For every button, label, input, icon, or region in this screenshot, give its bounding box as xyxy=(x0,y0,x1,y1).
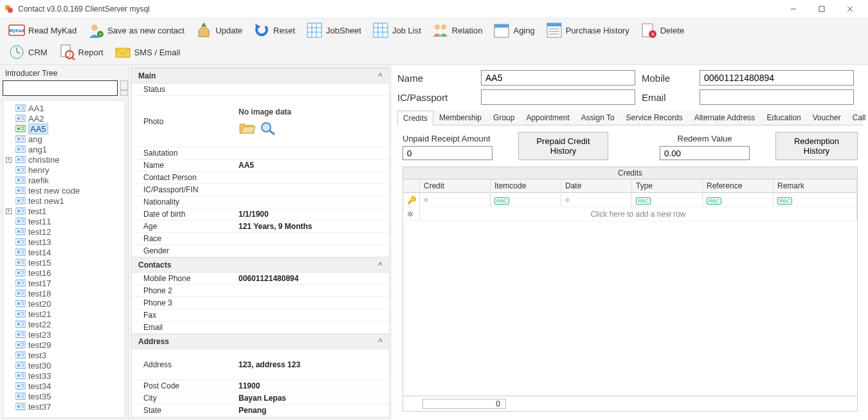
delete-button[interactable]: ✕Delete xyxy=(636,21,689,40)
tree-item[interactable]: henry xyxy=(5,165,123,175)
filter-icon: 🔑 xyxy=(403,194,420,206)
tab-education[interactable]: Education xyxy=(761,110,806,125)
contact-card-icon xyxy=(15,186,26,195)
unpaid-input[interactable] xyxy=(402,146,493,160)
tree-item-label: test16 xyxy=(28,268,51,278)
introducer-browse-button[interactable]: ... xyxy=(120,80,128,96)
tree-item[interactable]: test33 xyxy=(5,370,123,381)
tab-appointment[interactable]: Appointment xyxy=(520,110,575,125)
introducer-tree-pane: Introducer Tree ... AA1AA2AA5angang1+chr… xyxy=(0,65,129,420)
tree-item[interactable]: test18 xyxy=(5,288,123,298)
contacts-section-header[interactable]: Contacts^ xyxy=(132,257,389,273)
tree-item-label: henry xyxy=(28,165,50,175)
tree-item[interactable]: +christine xyxy=(5,154,123,165)
report-button[interactable]: Report xyxy=(54,42,107,62)
tree-item[interactable]: test21 xyxy=(5,309,123,319)
tree-item[interactable]: test new code xyxy=(5,185,123,196)
purchase-history-button[interactable]: Purchase History xyxy=(541,21,633,40)
mobile-input[interactable] xyxy=(700,70,854,86)
tab-membership[interactable]: Membership xyxy=(433,110,487,125)
name-input[interactable] xyxy=(481,70,635,86)
tab-group[interactable]: Group xyxy=(487,110,520,125)
magnifier-icon[interactable] xyxy=(259,120,277,136)
credits-grid[interactable]: Credits Credit Itemcode Date Type Refere… xyxy=(402,167,858,412)
svg-rect-96 xyxy=(15,249,26,255)
tree-item[interactable]: test11 xyxy=(5,216,123,226)
unpaid-label: Unpaid Receipt Amount xyxy=(402,134,493,143)
maximize-button[interactable] xyxy=(808,0,836,18)
expander-icon xyxy=(6,178,12,183)
tree-item-label: test21 xyxy=(28,309,51,319)
folder-open-icon[interactable] xyxy=(239,120,257,136)
tree-item-label: test11 xyxy=(28,217,51,226)
ic-input[interactable] xyxy=(481,89,635,105)
tree-item[interactable]: test29 xyxy=(5,340,123,350)
tree-item[interactable]: test17 xyxy=(5,278,123,288)
user-add-icon: + xyxy=(87,21,105,39)
ic-label: IC/Passport xyxy=(397,92,475,103)
email-label: Email xyxy=(642,92,693,103)
close-button[interactable] xyxy=(836,0,864,18)
sms-email-button[interactable]: SMS / Email xyxy=(110,42,185,62)
tree-item[interactable]: test13 xyxy=(5,237,123,247)
tree-item[interactable]: ang1 xyxy=(5,144,123,154)
tab-alternate-address[interactable]: Alternate Address xyxy=(689,110,761,125)
mail-icon xyxy=(114,43,132,61)
tree-item[interactable]: test23 xyxy=(5,329,123,340)
tree-item[interactable]: test37 xyxy=(5,401,123,412)
tree-item[interactable]: test35 xyxy=(5,391,123,401)
undo-icon xyxy=(253,21,271,39)
redeem-input[interactable] xyxy=(660,146,750,160)
tree-item[interactable]: test34 xyxy=(5,381,123,391)
tab-call-records[interactable]: Call Records xyxy=(847,110,868,125)
expander-icon xyxy=(6,383,12,389)
tree-item[interactable]: AA2 xyxy=(5,113,123,123)
reset-button[interactable]: Reset xyxy=(249,21,299,40)
tree-item-label: AA5 xyxy=(28,123,48,134)
expander-icon xyxy=(6,260,12,266)
jobsheet-button[interactable]: JobSheet xyxy=(302,21,365,40)
tab-credits[interactable]: Credits xyxy=(397,111,433,125)
tree-item-label: test3 xyxy=(28,351,46,360)
tree-item[interactable]: test15 xyxy=(5,257,123,268)
read-mykad-button[interactable]: MyKadRead MyKad xyxy=(4,21,80,40)
expander-icon[interactable]: + xyxy=(6,208,12,214)
update-button[interactable]: Update xyxy=(191,21,246,40)
introducer-tree[interactable]: AA1AA2AA5angang1+christinehenryraefiktes… xyxy=(3,100,125,418)
tree-item[interactable]: test14 xyxy=(5,247,123,257)
tab-assign-to[interactable]: Assign To xyxy=(575,110,620,125)
tree-item[interactable]: test12 xyxy=(5,226,123,237)
credits-filter-row[interactable]: 🔑 = RBC = RBC RBC RBC xyxy=(403,193,857,207)
save-new-contact-button[interactable]: +Save as new contact xyxy=(83,21,188,40)
tab-voucher[interactable]: Voucher xyxy=(807,110,847,125)
expander-icon[interactable]: + xyxy=(6,157,12,163)
tree-item[interactable]: test16 xyxy=(5,268,123,278)
relation-button[interactable]: Relation xyxy=(428,21,487,40)
main-section-header[interactable]: Main^ xyxy=(132,68,389,84)
tree-item[interactable]: test new1 xyxy=(5,196,123,206)
address-section-header[interactable]: Address^ xyxy=(132,334,389,349)
toolbar: MyKadRead MyKad +Save as new contact Upd… xyxy=(0,18,868,65)
joblist-button[interactable]: Job List xyxy=(368,21,425,40)
tree-item[interactable]: test20 xyxy=(5,298,123,309)
tree-item[interactable]: AA1 xyxy=(5,103,123,113)
svg-point-93 xyxy=(17,241,20,243)
tree-item[interactable]: +test1 xyxy=(5,206,123,216)
tree-item[interactable]: ang xyxy=(5,134,123,144)
minimize-button[interactable] xyxy=(779,0,808,18)
credits-new-row[interactable]: ✲ Click here to add a new row xyxy=(403,207,857,221)
tree-item[interactable]: test3 xyxy=(5,350,123,360)
redemption-history-button[interactable]: Redemption History xyxy=(775,132,858,160)
tree-item[interactable]: raefik xyxy=(5,175,123,185)
prepaid-credit-history-button[interactable]: Prepaid Credit History xyxy=(518,132,608,160)
tree-item[interactable]: test30 xyxy=(5,360,123,370)
tree-item[interactable]: AA5 xyxy=(5,123,123,134)
svg-rect-144 xyxy=(15,372,26,379)
introducer-search-input[interactable] xyxy=(3,80,118,96)
email-input[interactable] xyxy=(700,89,854,105)
tree-item[interactable]: test22 xyxy=(5,319,123,329)
tab-service-records[interactable]: Service Records xyxy=(620,110,689,125)
aging-button[interactable]: Aging xyxy=(489,21,538,40)
crm-button[interactable]: CRM xyxy=(4,42,51,62)
expander-icon xyxy=(6,394,12,399)
